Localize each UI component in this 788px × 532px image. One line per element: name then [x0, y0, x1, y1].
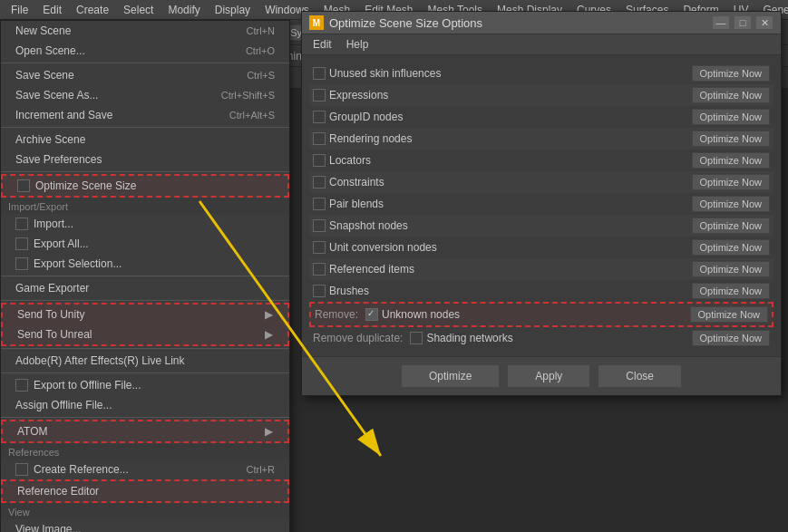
- pair-blends-checkbox[interactable]: [313, 198, 326, 210]
- dialog-minimize-button[interactable]: —: [712, 15, 730, 30]
- dialog-row-locators: Locators Optimize Now: [309, 150, 773, 171]
- menu-item-save-prefs[interactable]: Save Preferences: [1, 150, 289, 169]
- dialog-row-shading-networks: Remove duplicate: Shading networks Optim…: [309, 327, 773, 349]
- referenced-items-label: Referenced items: [329, 263, 688, 276]
- constraints-optimize-btn[interactable]: Optimize Now: [692, 174, 770, 190]
- menu-item-game-exporter[interactable]: Game Exporter: [1, 278, 289, 298]
- export-all-checkbox: [15, 237, 28, 250]
- referenced-items-optimize-btn[interactable]: Optimize Now: [692, 261, 770, 277]
- dialog-close-button[interactable]: ✕: [755, 15, 773, 30]
- groupid-optimize-btn[interactable]: Optimize Now: [692, 109, 770, 125]
- brushes-checkbox[interactable]: [313, 285, 326, 297]
- menu-item-create-reference[interactable]: Create Reference... Ctrl+R: [1, 459, 289, 479]
- dialog-titlebar: M Optimize Scene Size Options — □ ✕: [302, 12, 781, 34]
- menu-display[interactable]: Display: [208, 2, 258, 18]
- export-sel-checkbox: [15, 257, 28, 270]
- menu-item-after-effects[interactable]: Adobe(R) After Effects(R) Live Link: [1, 351, 289, 371]
- menu-item-view-image[interactable]: View Image...: [1, 519, 289, 532]
- menu-item-send-unreal[interactable]: Send To Unreal ▶: [3, 324, 287, 344]
- file-dropdown-menu: New Scene Ctrl+N Open Scene... Ctrl+O Sa…: [0, 20, 290, 532]
- dialog-row-brushes: Brushes Optimize Now: [309, 280, 773, 302]
- expressions-label: Expressions: [329, 89, 688, 102]
- locators-checkbox[interactable]: [313, 154, 326, 167]
- unused-skin-optimize-btn[interactable]: Optimize Now: [692, 65, 770, 82]
- unused-skin-checkbox[interactable]: [313, 67, 326, 80]
- expressions-checkbox[interactable]: [313, 89, 326, 102]
- unit-conversion-optimize-btn[interactable]: Optimize Now: [692, 239, 770, 256]
- separator4: [1, 276, 289, 276]
- dialog-title-icon: M: [309, 15, 324, 30]
- menu-item-atom[interactable]: ATOM ▶: [1, 420, 289, 443]
- import-export-section: Import/Export: [1, 198, 289, 214]
- rendering-nodes-label: Rendering nodes: [329, 132, 688, 145]
- menu-modify[interactable]: Modify: [161, 2, 207, 18]
- menu-item-increment-save[interactable]: Increment and Save Ctrl+Alt+S: [1, 105, 289, 125]
- dialog-row-unused-skin: Unused skin influences Optimize Now: [309, 63, 773, 84]
- maya-window: File Edit Create Select Modify Display W…: [0, 0, 788, 532]
- dialog-row-unit-conversion: Unit conversion nodes Optimize Now: [309, 237, 773, 258]
- snapshot-nodes-label: Snapshot nodes: [329, 219, 688, 232]
- menu-item-optimize-scene[interactable]: Optimize Scene Size: [1, 174, 289, 198]
- menu-item-save-scene[interactable]: Save Scene Ctrl+S: [1, 65, 289, 85]
- brushes-label: Brushes: [329, 285, 688, 297]
- brushes-optimize-btn[interactable]: Optimize Now: [692, 283, 770, 299]
- separator5: [1, 300, 289, 301]
- dialog-footer: Optimize Apply Close: [302, 356, 781, 395]
- menu-file[interactable]: File: [4, 2, 35, 18]
- groupid-checkbox[interactable]: [313, 111, 326, 123]
- separator3: [1, 171, 289, 172]
- menu-item-archive[interactable]: Archive Scene: [1, 130, 289, 150]
- pair-blends-optimize-btn[interactable]: Optimize Now: [692, 196, 770, 212]
- dialog-menu-edit[interactable]: Edit: [306, 36, 339, 53]
- shading-networks-checkbox[interactable]: [410, 332, 423, 344]
- menu-item-new-scene[interactable]: New Scene Ctrl+N: [1, 21, 289, 41]
- dialog-title: M Optimize Scene Size Options: [309, 15, 712, 30]
- dialog-row-referenced-items: Referenced items Optimize Now: [309, 258, 773, 280]
- dialog-controls: — □ ✕: [712, 15, 773, 30]
- separator8: [1, 417, 289, 418]
- dialog-body: Unused skin influences Optimize Now Expr…: [302, 55, 781, 356]
- rendering-nodes-optimize-btn[interactable]: Optimize Now: [692, 131, 770, 147]
- menu-item-open-scene[interactable]: Open Scene... Ctrl+O: [1, 41, 289, 61]
- separator7: [1, 372, 289, 373]
- unit-conversion-checkbox[interactable]: [313, 241, 326, 254]
- menu-item-export-all[interactable]: Export All...: [1, 234, 289, 254]
- menu-item-assign-offline[interactable]: Assign Offline File...: [1, 395, 289, 415]
- menu-item-export-offline[interactable]: Export to Offline File...: [1, 375, 289, 395]
- snapshot-nodes-checkbox[interactable]: [313, 219, 326, 232]
- constraints-checkbox[interactable]: [313, 176, 326, 189]
- menu-item-reference-editor[interactable]: Reference Editor: [1, 479, 289, 503]
- unknown-nodes-optimize-btn[interactable]: Optimize Now: [690, 306, 768, 323]
- groupid-label: GroupID nodes: [329, 111, 688, 123]
- remove-dup-prefix-label: Remove duplicate:: [313, 332, 403, 344]
- dialog-row-rendering-nodes: Rendering nodes Optimize Now: [309, 128, 773, 150]
- snapshot-nodes-optimize-btn[interactable]: Optimize Now: [692, 218, 770, 234]
- create-ref-checkbox: [15, 463, 28, 476]
- optimize-button[interactable]: Optimize: [401, 364, 500, 388]
- menu-item-import[interactable]: Import...: [1, 214, 289, 234]
- dialog-menu-help[interactable]: Help: [339, 36, 376, 53]
- separator2: [1, 127, 289, 128]
- menu-select[interactable]: Select: [116, 2, 161, 18]
- apply-button[interactable]: Apply: [507, 364, 590, 388]
- menu-item-send-unity[interactable]: Send To Unity ▶: [3, 305, 287, 324]
- dialog-row-constraints: Constraints Optimize Now: [309, 171, 773, 193]
- shading-networks-optimize-btn[interactable]: Optimize Now: [692, 330, 770, 346]
- shading-networks-label: Shading networks: [426, 332, 687, 344]
- rendering-nodes-checkbox[interactable]: [313, 132, 326, 145]
- view-section: View: [1, 503, 289, 519]
- close-button[interactable]: Close: [598, 364, 682, 388]
- menu-item-export-selection[interactable]: Export Selection...: [1, 254, 289, 274]
- menu-edit[interactable]: Edit: [35, 2, 69, 18]
- constraints-label: Constraints: [329, 176, 688, 189]
- expressions-optimize-btn[interactable]: Optimize Now: [692, 87, 770, 103]
- unknown-nodes-checkbox[interactable]: [365, 308, 378, 321]
- optimize-scene-dialog: M Optimize Scene Size Options — □ ✕ Edit…: [301, 11, 782, 396]
- locators-optimize-btn[interactable]: Optimize Now: [692, 152, 770, 169]
- menu-item-save-as[interactable]: Save Scene As... Ctrl+Shift+S: [1, 85, 289, 105]
- referenced-items-checkbox[interactable]: [313, 263, 326, 276]
- dialog-row-snapshot-nodes: Snapshot nodes Optimize Now: [309, 215, 773, 237]
- dialog-maximize-button[interactable]: □: [734, 15, 752, 30]
- menu-create[interactable]: Create: [69, 2, 116, 18]
- unity-arrow-icon: ▶: [265, 308, 273, 321]
